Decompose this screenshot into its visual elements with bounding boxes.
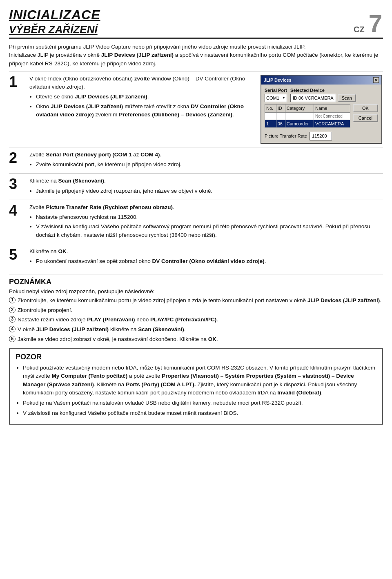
step-1-bullet-1: Otevře se okno JLIP Devices (JLIP zaříze…	[36, 93, 256, 101]
transfer-rate-value: 115200	[310, 132, 332, 140]
intro-line2: Inicializace JLIP je prováděna v okně JL…	[9, 52, 378, 66]
pozor-section: POZOR Pokud používáte vestavěný modem ne…	[9, 348, 383, 425]
pozor-item-3: V závislosti na konfiguraci Vašeho počít…	[23, 409, 376, 417]
step-3-content: Klikněte na Scan (Skenování). Jakmile je…	[29, 177, 383, 196]
selected-device-value: ID:06 VCRCAMERA	[290, 94, 336, 102]
step-2-bullet-1: Zvolte komunikační port, ke kterému je p…	[36, 160, 383, 169]
poznamka-num-3: 3	[9, 316, 16, 323]
step-4-number: 4	[9, 203, 26, 218]
step-4-bullet-2: V závislosti na konfiguraci Vašeho počít…	[36, 223, 383, 239]
col-no: No.	[265, 105, 276, 113]
selected-device-col: Selected Device ID:06 VCRCAMERA Scan	[290, 87, 356, 102]
jlip-body: Serial Port COM1 ▼ Selected Device	[261, 85, 381, 143]
jlip-title-text: JLIP Devices	[264, 77, 292, 84]
table-row-not-connected: Not Connected	[265, 112, 350, 120]
step-5-content: Klikněte na OK. Po ukončení nastavování …	[29, 247, 383, 267]
steps-area: 1 V okně Index (Okno obrázkového obsahu)…	[9, 71, 383, 270]
step-3-row: 3 Klikněte na Scan (Skenování). Jakmile …	[9, 173, 383, 200]
jlip-port-row: Serial Port COM1 ▼ Selected Device	[265, 87, 378, 102]
poznamka-item-5: 5 Jakmile se video zdroj zobrazí v okně,…	[9, 335, 383, 343]
poznamka-num-1: 1	[9, 297, 16, 303]
step-1-bullet-2: Okno JLIP Devices (JLIP zařízení) můžete…	[36, 102, 256, 119]
page-number: 7	[369, 11, 383, 36]
intro-line1: Při prvním spuštění programu JLIP Video …	[9, 44, 305, 50]
step-2-main: Zvolte Seriál Port (Sériový port) (COM 1…	[29, 151, 383, 159]
select-arrow-icon: ▼	[282, 96, 285, 100]
step-5-bullet-1: Po ukončení nastavování se opět zobrazí …	[36, 257, 383, 265]
pozor-title: POZOR	[16, 353, 376, 361]
transfer-rate-label: Picture Transfer Rate	[265, 133, 307, 140]
pozor-list: Pokud používáte vestavěný modem nebo IrD…	[23, 364, 376, 418]
step-5-main: Klikněte na OK.	[29, 247, 383, 256]
step-3-main: Klikněte na Scan (Skenování).	[29, 177, 383, 185]
step-4-main: Zvolte Picture Transfer Rate (Rychlost p…	[29, 203, 383, 212]
step-1-main: V okně Index (Okno obrázkového obsahu) z…	[29, 75, 256, 91]
step-2-row: 2 Zvolte Seriál Port (Sériový port) (COM…	[9, 147, 383, 174]
step-3-bullet-1: Jakmile je připojený video zdroj rozpozn…	[36, 187, 383, 195]
jlip-transfer-rate-row: Picture Transfer Rate 115200	[265, 132, 378, 140]
step-4-content: Zvolte Picture Transfer Rate (Rychlost p…	[29, 203, 383, 241]
page-header: INICIALIZACE VÝBĚR ZAŘÍZENÍ CZ 7	[9, 7, 383, 39]
step-1-with-image: V okně Index (Okno obrázkového obsahu) z…	[29, 75, 383, 144]
poznamka-item-4: 4 V okně JLIP Devices (JLIP zařízení) kl…	[9, 325, 383, 334]
table-row-1[interactable]: 1 06 Camcorder VCRCAMERA	[265, 120, 350, 128]
step-2-number: 2	[9, 151, 26, 165]
col-id: ID	[276, 105, 285, 113]
col-category: Category	[285, 105, 314, 113]
title-vyber: VÝBĚR ZAŘÍZENÍ	[9, 23, 100, 36]
jlip-devices-dialog: JLIP Devices ✕ Serial Port COM1 ▼	[261, 75, 382, 144]
intro-paragraph: Při prvním spuštění programu JLIP Video …	[9, 43, 383, 68]
serial-port-label: Serial Port COM1 ▼	[265, 87, 287, 102]
poznamka-num-4: 4	[9, 326, 16, 332]
jlip-ok-cancel-buttons: OK Cancel	[353, 104, 378, 130]
jlip-close-button[interactable]: ✕	[373, 77, 379, 83]
step-5-number: 5	[9, 247, 26, 262]
title-inicializace: INICIALIZACE	[9, 7, 100, 22]
jlip-table-container: No. ID Category Name	[265, 104, 350, 130]
poznamka-item-3: 3 Nastavte režim video zdroje PLAY (Přeh…	[9, 316, 383, 324]
cancel-button[interactable]: Cancel	[353, 114, 378, 122]
step-2-content: Zvolte Seriál Port (Sériový port) (COM 1…	[29, 151, 383, 170]
title-block: INICIALIZACE VÝBĚR ZAŘÍZENÍ	[9, 7, 100, 36]
step-1-text: V okně Index (Okno obrázkového obsahu) z…	[29, 75, 256, 144]
step-3-number: 3	[9, 177, 26, 192]
poznamka-item-2: 2 Zkontrolujte propojení.	[9, 306, 383, 314]
step-4-bullet-1: Nastavte přenosovou rychlost na 115200.	[36, 213, 383, 221]
serial-port-select[interactable]: COM1 ▼	[265, 94, 287, 102]
jlip-devices-table: No. ID Category Name	[265, 104, 350, 128]
step-1-row: 1 V okně Index (Okno obrázkového obsahu)…	[9, 71, 383, 147]
step-1-number: 1	[9, 75, 26, 89]
step-4-row: 4 Zvolte Picture Transfer Rate (Rychlost…	[9, 200, 383, 244]
jlip-dialog-mockup: JLIP Devices ✕ Serial Port COM1 ▼	[261, 75, 383, 144]
ok-button[interactable]: OK	[353, 104, 378, 112]
poznamka-num-2: 2	[9, 307, 16, 313]
jlip-table-area: No. ID Category Name	[265, 104, 378, 130]
table-header-row: No. ID Category Name	[265, 105, 350, 113]
pozor-item-1: Pokud používáte vestavěný modem nebo IrD…	[23, 364, 376, 397]
poznamka-section: POZNÁMKA Pokud nebyl video zdroj rozpozn…	[9, 274, 383, 343]
jlip-titlebar: JLIP Devices ✕	[261, 76, 381, 85]
poznamka-item-1: 1 Zkontrolujte, ke kterému komunikačnímu…	[9, 296, 383, 305]
step-5-row: 5 Klikněte na OK. Po ukončení nastavován…	[9, 244, 383, 270]
pozor-item-2: Pokud je na Vašem počítači nainstalován …	[23, 399, 376, 407]
poznamka-lead: Pokud nebyl video zdroj rozpoznán, postu…	[9, 288, 383, 294]
poznamka-title: POZNÁMKA	[9, 278, 383, 286]
language-badge: CZ	[354, 25, 366, 36]
col-name: Name	[314, 105, 350, 113]
poznamka-list: 1 Zkontrolujte, ke kterému komunikačnímu…	[9, 296, 383, 343]
scan-button[interactable]: Scan	[338, 94, 356, 102]
poznamka-num-5: 5	[9, 336, 16, 342]
step-1-content: V okně Index (Okno obrázkového obsahu) z…	[29, 75, 383, 144]
